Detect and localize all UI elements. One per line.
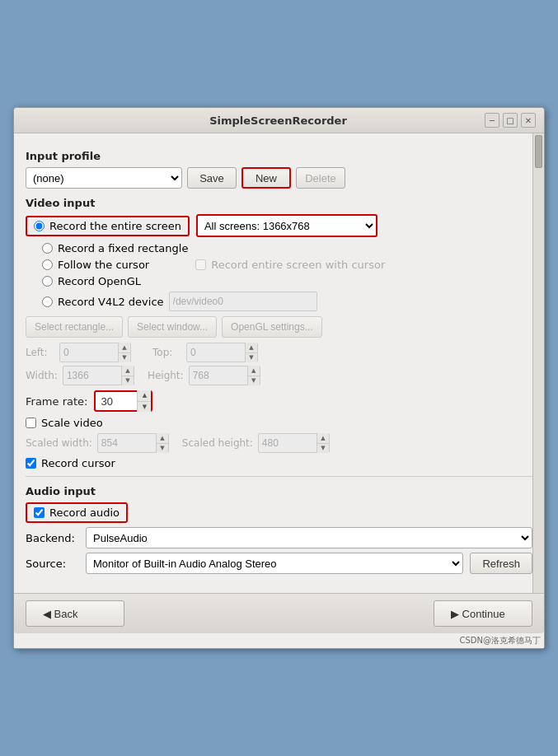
scaled-height-up-arrow[interactable]: ▲ [317,433,329,444]
titlebar: SimpleScreenRecorder ─ □ ✕ [14,108,544,133]
select-rectangle-button[interactable]: Select rectangle... [26,316,123,338]
save-button[interactable]: Save [187,167,237,189]
top-input[interactable] [187,345,245,360]
frame-rate-input[interactable] [96,394,137,409]
maximize-button[interactable]: □ [503,113,518,128]
height-label: Height: [148,370,184,381]
close-button[interactable]: ✕ [521,113,536,128]
scaled-height-spinbox[interactable]: ▲ ▼ [258,433,330,453]
framerate-row: Frame rate: ▲ ▼ [26,390,532,412]
source-row: Source: Monitor of Built-in Audio Analog… [26,553,532,574]
separator [26,476,532,477]
scaled-width-arrows: ▲ ▼ [156,433,168,453]
scrollbar[interactable] [532,133,544,593]
backend-row: Backend: PulseAudio [26,527,532,548]
left-label: Left: [26,347,54,358]
bottom-bar: ◀ Back ▶ Continue [14,593,544,633]
width-spinbox-arrows: ▲ ▼ [121,366,134,385]
height-down-arrow[interactable]: ▼ [248,376,260,386]
continue-button[interactable]: ▶ Continue [434,600,532,627]
input-profile-label: Input profile [26,150,532,162]
height-input[interactable] [190,368,247,383]
screen-select[interactable]: All screens: 1366x768 [196,214,377,237]
v4l2-path-input[interactable] [169,292,317,311]
scaled-width-label: Scaled width: [26,437,92,449]
follow-cursor-label: Follow the cursor [58,259,149,271]
left-top-row: Left: ▲ ▼ Top: ▲ ▼ [26,343,532,362]
height-up-arrow[interactable]: ▲ [248,366,260,376]
scaled-height-input[interactable] [259,436,317,450]
record-audio-label: Record audio [49,506,120,519]
delete-button[interactable]: Delete [296,167,345,189]
scaled-height-down-arrow[interactable]: ▼ [317,444,329,454]
follow-cursor-row: Follow the cursor Record entire screen w… [26,259,532,271]
record-fixed-rectangle-row: Record a fixed rectangle [26,242,532,254]
record-v4l2-radio[interactable] [42,296,53,307]
profile-select[interactable]: (none) [26,167,182,189]
width-input[interactable] [63,368,121,383]
scaled-height-label: Scaled height: [182,437,253,449]
width-down-arrow[interactable]: ▼ [122,376,134,386]
width-spinbox[interactable]: ▲ ▼ [63,366,134,385]
select-window-button[interactable]: Select window... [128,316,217,338]
scale-video-check[interactable] [26,418,36,428]
scaled-height-arrows: ▲ ▼ [317,433,329,453]
left-up-arrow[interactable]: ▲ [119,343,130,353]
record-v4l2-label: Record V4L2 device [58,296,164,308]
scrollbar-thumb[interactable] [535,135,542,168]
refresh-button[interactable]: Refresh [470,553,532,574]
scaled-width-down-arrow[interactable]: ▼ [157,444,168,454]
scaled-width-up-arrow[interactable]: ▲ [157,433,168,444]
follow-cursor-radio[interactable] [42,259,53,270]
width-up-arrow[interactable]: ▲ [122,366,134,376]
main-window: SimpleScreenRecorder ─ □ ✕ Input profile… [13,107,545,649]
record-entire-screen-with-cursor-check[interactable] [195,259,206,270]
frame-rate-up-arrow[interactable]: ▲ [138,390,151,402]
new-button[interactable]: New [241,167,291,189]
scale-video-row: Scale video [26,417,532,429]
height-spinbox[interactable]: ▲ ▼ [189,366,260,385]
record-entire-screen-highlight: Record the entire screen [26,216,190,236]
record-fixed-rectangle-label: Record a fixed rectangle [58,242,188,254]
backend-select[interactable]: PulseAudio [86,527,532,548]
back-button[interactable]: ◀ Back [26,600,124,627]
top-down-arrow[interactable]: ▼ [246,353,257,363]
scaled-width-spinbox[interactable]: ▲ ▼ [97,433,169,453]
scaled-width-input[interactable] [98,436,156,450]
window-title: SimpleScreenRecorder [72,114,485,127]
top-label: Top: [152,347,181,358]
record-opengl-radio[interactable] [42,276,53,287]
frame-rate-down-arrow[interactable]: ▼ [138,402,151,413]
source-select[interactable]: Monitor of Built-in Audio Analog Stereo [86,553,463,574]
opengl-settings-button[interactable]: OpenGL settings... [222,316,322,338]
record-entire-screen-label: Record the entire screen [49,220,181,232]
record-audio-check[interactable] [34,507,45,518]
record-opengl-label: Record OpenGL [58,275,141,287]
record-audio-highlight: Record audio [26,502,128,523]
width-label: Width: [26,370,58,381]
backend-label: Backend: [26,532,79,544]
record-audio-row: Record audio [26,502,532,523]
top-spinbox[interactable]: ▲ ▼ [186,343,258,362]
left-down-arrow[interactable]: ▼ [119,353,130,363]
audio-input-label: Audio input [26,485,532,497]
record-opengl-row: Record OpenGL [26,275,532,287]
left-input[interactable] [60,345,118,360]
record-cursor-row: Record cursor [26,457,532,469]
input-profile-row: (none) Save New Delete [26,167,532,189]
left-spinbox-arrows: ▲ ▼ [118,343,130,362]
minimize-button[interactable]: ─ [485,113,499,128]
top-spinbox-arrows: ▲ ▼ [245,343,257,362]
content-area: Input profile (none) Save New Delete Vid… [14,133,544,593]
record-cursor-check[interactable] [26,458,36,469]
height-spinbox-arrows: ▲ ▼ [247,366,260,385]
record-cursor-label: Record cursor [41,457,115,469]
source-label: Source: [26,558,79,570]
left-spinbox[interactable]: ▲ ▼ [59,343,131,362]
top-up-arrow[interactable]: ▲ [246,343,257,353]
record-entire-screen-radio[interactable] [34,221,45,231]
frame-rate-spinbox[interactable]: ▲ ▼ [94,390,152,412]
scale-video-label: Scale video [41,417,103,429]
window-controls: ─ □ ✕ [485,113,536,128]
record-fixed-rectangle-radio[interactable] [42,243,53,254]
